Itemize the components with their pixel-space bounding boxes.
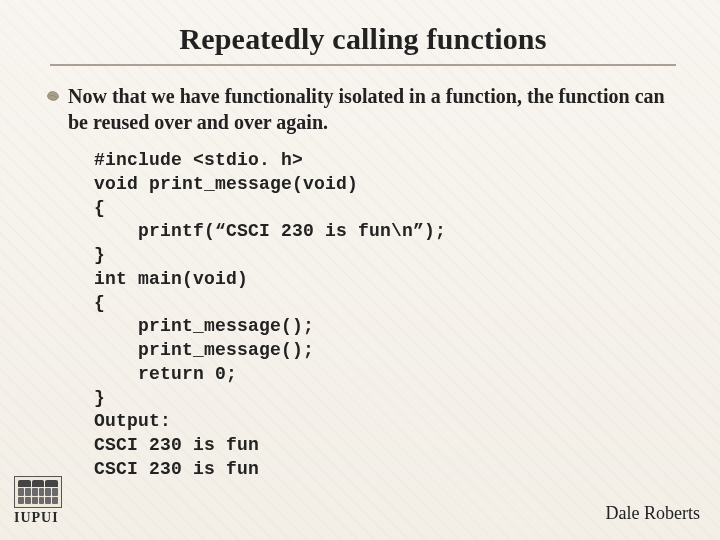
logo-building-icon bbox=[14, 476, 62, 508]
iupui-logo: IUPUI bbox=[14, 476, 62, 526]
slide-title: Repeatedly calling functions bbox=[46, 22, 680, 56]
leaf-bullet-icon bbox=[46, 89, 60, 103]
slide: Repeatedly calling functions Now that we… bbox=[0, 0, 720, 540]
logo-text: IUPUI bbox=[14, 510, 62, 526]
code-block: #include <stdio. h> void print_message(v… bbox=[94, 149, 680, 482]
slide-body: Now that we have functionality isolated … bbox=[46, 84, 680, 135]
title-underline bbox=[50, 64, 676, 66]
slide-body-text: Now that we have functionality isolated … bbox=[68, 85, 665, 133]
author-footer: Dale Roberts bbox=[606, 503, 700, 524]
